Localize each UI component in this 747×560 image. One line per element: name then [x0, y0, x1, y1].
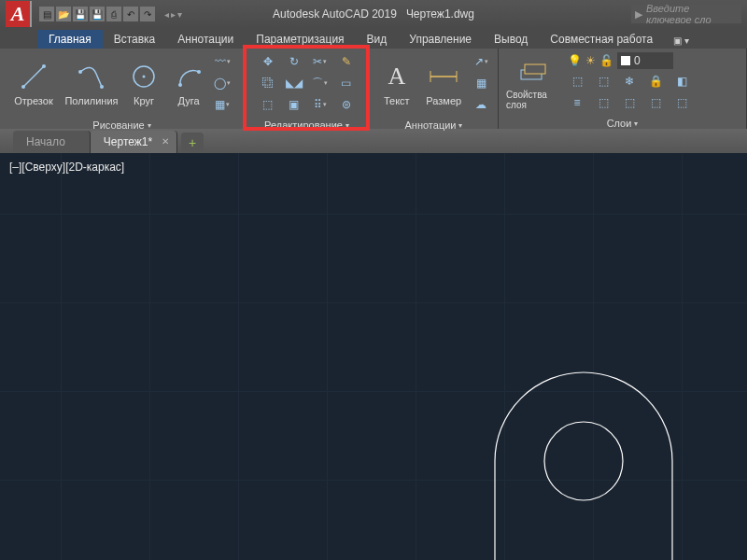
search-input[interactable]: ▶ Введите ключевое сло	[631, 5, 741, 23]
layer-off-icon[interactable]: ⬚	[620, 93, 639, 112]
save-icon[interactable]: 💾	[73, 7, 88, 21]
offset-icon[interactable]: ⊜	[337, 95, 356, 114]
tool-circle[interactable]: Круг	[123, 60, 164, 106]
layer-combo[interactable]: 0	[617, 52, 673, 69]
tab-collab[interactable]: Совместная работа	[539, 30, 664, 49]
drawing-canvas[interactable]: [–][Сверху][2D-каркас]	[0, 153, 747, 560]
tab-annotations[interactable]: Аннотации	[166, 30, 245, 49]
new-icon[interactable]: ▤	[39, 7, 54, 21]
array-icon[interactable]: ⠿▾	[311, 95, 330, 114]
tab-manage[interactable]: Управление	[398, 30, 483, 49]
lock-icon[interactable]: 🔓	[599, 54, 613, 67]
bulb-icon[interactable]: 💡	[568, 54, 582, 67]
layer-walk-icon[interactable]: ⬚	[672, 93, 691, 112]
filetab-start[interactable]: Начало	[13, 131, 91, 153]
undo-icon[interactable]: ↶	[123, 7, 138, 21]
spline-icon[interactable]: 〰▾	[213, 52, 232, 71]
layer-iso-icon[interactable]: ⬚	[594, 72, 613, 91]
quick-access-toolbar: ▤ 📂 💾 💾 ⎙ ↶ ↷	[39, 7, 155, 21]
leader-icon[interactable]: ↗▾	[472, 52, 490, 71]
search-play-icon: ▶	[635, 8, 642, 21]
tab-overflow-icon[interactable]: ▣ ▾	[668, 33, 695, 49]
layer-props-icon	[515, 54, 549, 88]
move-icon[interactable]: ✥	[259, 52, 277, 71]
svg-rect-13	[525, 64, 545, 74]
title-text: Autodesk AutoCAD 2019 Чертеж1.dwg	[273, 7, 474, 21]
layer-match-icon[interactable]: ≡	[568, 93, 586, 112]
tab-output[interactable]: Вывод	[483, 30, 539, 49]
redo-icon[interactable]: ↷	[140, 7, 155, 21]
nav-back-icon[interactable]: ◂	[164, 9, 169, 20]
polyline-icon	[75, 60, 108, 93]
svg-point-14	[544, 422, 623, 500]
panel-layers: Свойства слоя 💡 ☀ 🔓 0 ⬚ ⬚ ❄ 🔒 ◧ ≡	[499, 49, 747, 129]
line-icon	[17, 60, 50, 93]
tool-layer-props[interactable]: Свойства слоя	[506, 54, 558, 110]
new-tab-button[interactable]: +	[181, 133, 204, 153]
panel-draw: Отрезок Полилиния Круг Дуга 〰▾ ◯▾ ▦▾ Рис…	[0, 49, 245, 129]
tab-insert[interactable]: Вставка	[103, 30, 167, 49]
tool-polyline[interactable]: Полилиния	[65, 60, 118, 106]
tab-view[interactable]: Вид	[356, 30, 399, 49]
text-icon: A	[380, 60, 414, 93]
plot-icon[interactable]: ⎙	[106, 7, 121, 21]
tool-dimension[interactable]: Размер	[422, 60, 466, 106]
fillet-icon[interactable]: ⌒▾	[311, 74, 330, 92]
panel-edit: ✥ ↻ ✂▾ ✎ ⿻ ◣◢ ⌒▾ ▭ ⬚ ▣ ⠿▾ ⊜ Редактирован…	[245, 49, 370, 129]
dimension-icon	[427, 60, 460, 93]
svg-point-3	[78, 70, 82, 74]
tool-arc[interactable]: Дуга	[170, 60, 207, 106]
tool-line[interactable]: Отрезок	[7, 60, 60, 106]
table-icon[interactable]: ▦	[472, 74, 490, 92]
circle-icon	[127, 60, 161, 93]
scale-icon[interactable]: ▣	[285, 95, 303, 114]
svg-line-0	[23, 66, 44, 87]
erase-icon[interactable]: ✎	[337, 52, 356, 71]
ribbon: Отрезок Полилиния Круг Дуга 〰▾ ◯▾ ▦▾ Рис…	[0, 49, 747, 129]
close-icon[interactable]: ✕	[162, 136, 169, 147]
hatch-icon[interactable]: ▦▾	[213, 95, 232, 114]
rotate-icon[interactable]: ↻	[285, 52, 303, 71]
layer-freeze-icon[interactable]: ❄	[620, 72, 639, 91]
explode-icon[interactable]: ▭	[337, 74, 356, 92]
drawing-geometry	[458, 349, 738, 560]
sun-icon[interactable]: ☀	[585, 54, 596, 67]
svg-point-4	[100, 85, 104, 89]
draw-extra: 〰▾ ◯▾ ▦▾	[213, 52, 232, 114]
panel-annotations: A Текст Размер ↗▾ ▦ ☁ Аннотации ▾	[370, 49, 499, 129]
nav-fwd-icon[interactable]: ▸	[171, 9, 176, 20]
svg-point-7	[178, 83, 182, 87]
saveas-icon[interactable]: 💾	[90, 7, 105, 21]
layer-state-icon[interactable]: ⬚	[568, 72, 586, 91]
copy-icon[interactable]: ⿻	[259, 74, 277, 92]
nav-dd-icon[interactable]: ▾	[177, 9, 182, 20]
ribbon-tabs: Главная Вставка Аннотации Параметризация…	[0, 28, 747, 49]
tab-home[interactable]: Главная	[37, 30, 103, 49]
tab-parametric[interactable]: Параметризация	[245, 30, 355, 49]
trim-icon[interactable]: ✂▾	[311, 52, 330, 71]
layer-prev-icon[interactable]: ⬚	[594, 93, 613, 112]
svg-point-2	[42, 64, 46, 68]
svg-point-6	[143, 76, 146, 78]
titlebar: A ▤ 📂 💾 💾 ⎙ ↶ ↷ ◂ ▸ ▾ Autodesk AutoCAD 2…	[0, 0, 747, 28]
svg-point-8	[197, 70, 201, 74]
app-logo[interactable]: A	[6, 1, 32, 27]
open-icon[interactable]: 📂	[56, 7, 71, 21]
layer-color-icon[interactable]: ◧	[672, 72, 691, 91]
filetab-drawing1[interactable]: Чертеж1*✕	[91, 131, 177, 153]
tool-text[interactable]: A Текст	[377, 60, 416, 106]
cloud-icon[interactable]: ☁	[472, 95, 490, 114]
arc-icon	[172, 60, 205, 93]
mirror-icon[interactable]: ◣◢	[285, 74, 303, 92]
layer-on-icon[interactable]: ⬚	[646, 93, 665, 112]
ellipse-icon[interactable]: ◯▾	[213, 74, 232, 92]
nav-arrows: ◂ ▸ ▾	[164, 9, 182, 20]
stretch-icon[interactable]: ⬚	[259, 95, 277, 114]
layer-lock-icon[interactable]: 🔒	[646, 72, 665, 91]
view-label[interactable]: [–][Сверху][2D-каркас]	[9, 161, 124, 174]
svg-point-1	[21, 85, 25, 89]
